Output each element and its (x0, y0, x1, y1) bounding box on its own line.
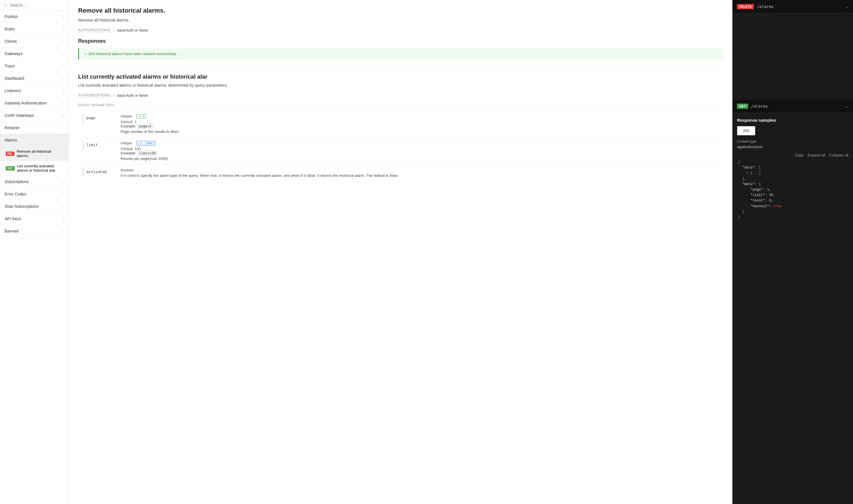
response-samples-title: Response samples (737, 118, 848, 123)
sidebar-sub-item-get-alarms[interactable]: GET List currently activated alarms or h… (0, 161, 69, 176)
param-name-activated: activated (86, 169, 107, 174)
param-type-page: integer (121, 114, 132, 118)
sidebar-item-label: Error Codes (5, 192, 26, 196)
chevron-right-icon: › (63, 39, 64, 43)
code-line-close-brace: } (738, 215, 847, 220)
query-params-label: QUERY PARAMETERS (78, 103, 723, 107)
sidebar-item-label: CoAP Gateways (5, 113, 34, 118)
content-type-label: Content type (737, 140, 848, 144)
chevron-right-icon: › (63, 192, 64, 196)
sidebar-item-label: Alarms (5, 138, 17, 142)
get-endpoint-chevron-icon[interactable]: ⌄ (845, 104, 848, 108)
sidebar-item-label: Gateways (5, 51, 22, 56)
param-default-page: Default: 1 (121, 120, 721, 124)
chevron-right-icon: › (63, 15, 64, 19)
param-constraint-page: >= 1 (136, 114, 146, 119)
right-panel-spacer (732, 14, 853, 100)
copy-button[interactable]: Copy (795, 153, 804, 157)
sidebar-item-subscriptions[interactable]: Subscriptions › (0, 176, 69, 188)
sidebar-item-listeners[interactable]: Listeners › (0, 85, 69, 97)
right-panel: DELETE /alarms ⌄ GET /alarms ⌄ Response … (732, 0, 853, 504)
sidebar-item-dashboard[interactable]: Dashboard › (0, 72, 69, 85)
search-icon (3, 3, 7, 7)
sidebar-item-label: Subscriptions (5, 179, 29, 184)
svg-point-0 (4, 4, 6, 6)
sub-item-label: List currently activated alarms or histo… (17, 164, 64, 173)
param-name-page: page (86, 116, 95, 120)
code-line-hasnext: "hasnext": true (738, 204, 847, 209)
search-bar[interactable] (0, 0, 69, 11)
code-line-limit: "limit": 50, (738, 193, 847, 198)
code-line-open: { (738, 160, 847, 165)
param-row-page: page integer >= 1 Default: 1 Example: pa… (78, 110, 723, 138)
sidebar-item-label: Trace (5, 64, 15, 68)
sidebar-item-gateways[interactable]: Gateways › (0, 48, 69, 60)
code-line-page: "page": 1, (738, 187, 847, 193)
code-line-data: "data": [ (738, 165, 847, 170)
status-tab-200[interactable]: 200 (737, 126, 755, 136)
section2-auth-label[interactable]: AUTHORIZATIONS: (78, 93, 111, 97)
code-line-count: "count": 0, (738, 198, 847, 203)
param-desc-page: Page number of the results to fetch. (121, 129, 721, 134)
code-line-meta-close: } (738, 209, 847, 215)
delete-endpoint-path: /alarms (757, 4, 774, 9)
param-type-activated: boolean (121, 168, 134, 172)
param-row-activated: activated boolean It is used to specify … (78, 164, 723, 181)
chevron-right-icon: › (63, 229, 64, 233)
get-endpoint-bar[interactable]: GET /alarms ⌄ (732, 100, 853, 113)
code-line-expand[interactable]: + { … } (738, 170, 847, 176)
sidebar-item-clients[interactable]: Clients › (0, 35, 69, 48)
sidebar-item-slow-subscriptions[interactable]: Slow Subscriptions › (0, 200, 69, 213)
auth-arrow-icon2: › (114, 93, 115, 97)
chevron-right-icon: › (63, 217, 64, 221)
sidebar-item-trace[interactable]: Trace › (0, 60, 69, 72)
chevron-right-icon: › (63, 101, 64, 105)
response-204-banner: — 204 Historical alarms have been cleare… (78, 48, 723, 59)
param-desc-activated: It is used to specify the alarm type of … (121, 173, 721, 178)
chevron-right-icon: › (63, 126, 64, 130)
auth-value: basicAuth or None (117, 28, 148, 32)
expand-all-button[interactable]: Expand all (807, 153, 825, 157)
chevron-right-icon: › (63, 113, 64, 118)
sidebar-sub-item-del-alarms[interactable]: DEL Remove all historical alarms. (0, 146, 69, 161)
code-block: { "data": [ + { … } ], "meta": { "page":… (737, 160, 848, 220)
chevron-right-icon: › (63, 27, 64, 31)
sidebar-item-label: Slow Subscriptions (5, 204, 38, 209)
section1-title: Remove all historical alarms. (78, 7, 723, 14)
get-method-badge: GET (737, 104, 748, 109)
code-line-meta: "meta": { (738, 182, 847, 187)
delete-endpoint-bar[interactable]: DELETE /alarms ⌄ (732, 0, 853, 14)
section-get-alarms: List currently activated alarms or histo… (78, 73, 723, 181)
section-delete-alarms: Remove all historical alarms. Remove all… (78, 7, 723, 59)
collapse-all-button[interactable]: Collapse all (829, 153, 848, 157)
delete-method-badge: DELETE (737, 4, 754, 9)
endpoint-chevron-icon[interactable]: ⌄ (845, 4, 848, 9)
section2-desc: List currently activated alarms or histo… (78, 83, 723, 88)
param-type-limit: integer (121, 141, 132, 145)
sidebar-item-publish[interactable]: Publish › (0, 11, 69, 23)
section2-auth-value: basicAuth or None (117, 93, 148, 97)
search-input[interactable] (10, 3, 65, 7)
get-badge: GET (6, 166, 15, 170)
section-divider (78, 66, 723, 67)
sidebar-item-gateway-auth[interactable]: Gateway Authentication › (0, 97, 69, 109)
sidebar-item-retainer[interactable]: Retainer › (0, 122, 69, 134)
sidebar-item-label: Gateway Authentication (5, 101, 47, 105)
sidebar-item-label: Banned (5, 229, 18, 233)
param-example-page: Example: page=1 (121, 124, 721, 128)
sidebar-item-alarms[interactable]: Alarms ⌄ (0, 134, 69, 146)
section1-desc: Remove all historical alarms. (78, 18, 723, 22)
status-tabs: 200 (737, 126, 848, 136)
sidebar-item-rules[interactable]: Rules › (0, 23, 69, 35)
sidebar-item-label: Publish (5, 14, 18, 19)
sidebar-item-label: API Keys (5, 216, 21, 221)
sidebar-item-api-keys[interactable]: API Keys › (0, 213, 69, 225)
auth-label[interactable]: AUTHORIZATIONS: (78, 28, 111, 32)
chevron-down-icon: ⌄ (61, 138, 64, 142)
sidebar-item-error-codes[interactable]: Error Codes › (0, 188, 69, 200)
sidebar-item-banned[interactable]: Banned › (0, 225, 69, 237)
param-default-limit: Default: 100 (121, 147, 721, 151)
param-name-limit: limit (86, 143, 98, 147)
del-badge: DEL (6, 151, 14, 156)
sidebar-item-coap-gateways[interactable]: CoAP Gateways › (0, 109, 69, 122)
